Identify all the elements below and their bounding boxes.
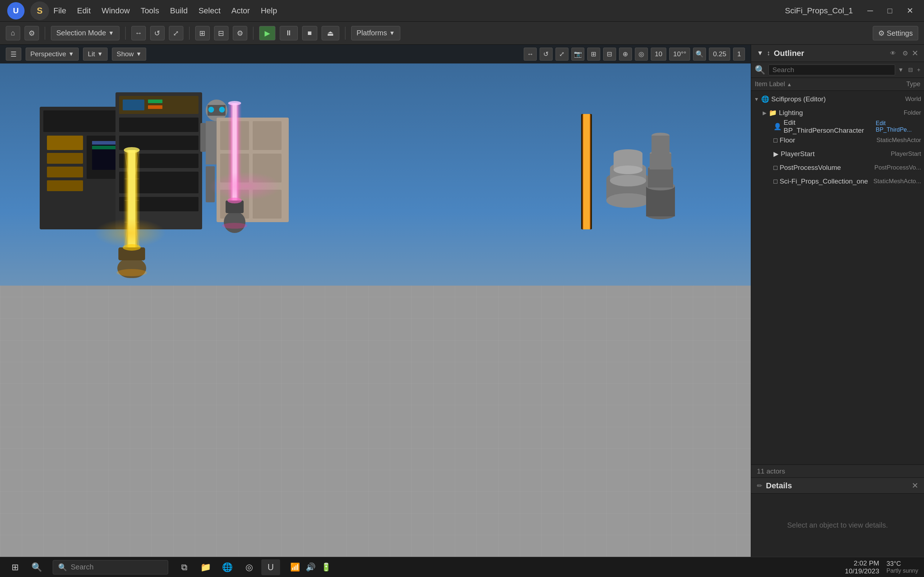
scene-3d[interactable]: [0, 63, 751, 557]
outliner-filter-icon[interactable]: ⊟: [908, 66, 913, 73]
scale-button[interactable]: ⤢: [169, 26, 183, 40]
perspective-button[interactable]: Perspective ▼: [26, 48, 79, 61]
settings-icon-button[interactable]: ⚙: [24, 26, 39, 40]
item-type-4: StaticMeshActor: [876, 137, 921, 144]
clock-time: 2:02 PM: [845, 559, 879, 567]
svg-rect-40: [253, 154, 281, 182]
transform-button[interactable]: ↔: [131, 26, 146, 40]
selection-mode-button[interactable]: Selection Mode ▼: [51, 26, 120, 40]
build-button[interactable]: ⚙: [233, 26, 247, 40]
network-icon[interactable]: 📶: [290, 562, 300, 572]
static-mesh-icon: □: [774, 178, 777, 185]
eject-button[interactable]: ⏏: [321, 26, 339, 40]
pencil-icon: ✏: [757, 482, 762, 490]
item-type: World: [905, 95, 921, 103]
menu-edit[interactable]: Edit: [77, 6, 90, 16]
menu-window[interactable]: Window: [102, 6, 129, 16]
zoom-icon[interactable]: 🔍: [693, 48, 706, 61]
outliner-item-lighting[interactable]: ▶ 📁 Lighting Folder: [751, 106, 924, 120]
rotate-button[interactable]: ↺: [150, 26, 165, 40]
item-type-7: StaticMeshActo...: [874, 178, 921, 185]
platforms-button[interactable]: Platforms ▼: [351, 26, 400, 40]
outliner-create-icon[interactable]: +: [917, 67, 921, 73]
snap-button[interactable]: ⊞: [195, 26, 210, 40]
prop-drum-stacks: [577, 107, 678, 258]
settings-icon[interactable]: ⚙: [902, 49, 908, 57]
grid-toggle-icon[interactable]: ⊞: [587, 48, 600, 61]
settings-button[interactable]: ⚙ Settings: [873, 26, 918, 40]
minimize-button[interactable]: ─: [864, 5, 877, 17]
translate-icon[interactable]: ↔: [524, 48, 537, 61]
start-button[interactable]: ⊞: [6, 559, 24, 575]
outliner-item-postprocess[interactable]: □ PostProcessVolume PostProcessVo...: [751, 161, 924, 174]
item-label-2: Lighting: [779, 109, 803, 117]
grid-button[interactable]: ⊟: [214, 26, 228, 40]
volume-icon[interactable]: 🔊: [306, 562, 315, 572]
menu-select[interactable]: Select: [199, 6, 221, 16]
item-label: Scifiprops (Editor): [771, 95, 826, 103]
battery-icon[interactable]: 🔋: [321, 562, 331, 572]
outliner-item-scifiprops[interactable]: □ Sci-Fi_Props_Collection_one StaticMesh…: [751, 174, 924, 188]
outliner-close-button[interactable]: ✕: [912, 49, 918, 58]
play-button[interactable]: ▶: [259, 26, 275, 40]
fov-icon[interactable]: ◎: [635, 48, 648, 61]
stop-button[interactable]: ■: [302, 26, 317, 40]
perspective-label: Perspective: [30, 50, 66, 58]
chrome-icon[interactable]: ◎: [240, 559, 258, 575]
camera-icon[interactable]: 📷: [571, 48, 584, 61]
taskbar-search-label: Search: [71, 563, 94, 571]
scene-floor: [0, 285, 751, 557]
maximize-button[interactable]: □: [884, 5, 896, 17]
taskbar-search-icon[interactable]: 🔍: [27, 559, 46, 575]
window-controls: ─ □ ✕: [864, 5, 917, 17]
lit-button[interactable]: Lit ▼: [83, 48, 108, 61]
weather-widget: 33°C Partly sunny: [887, 560, 918, 574]
snap-icon[interactable]: ⊕: [619, 48, 632, 61]
unreal-engine-icon[interactable]: U: [261, 559, 280, 575]
edge-browser-icon[interactable]: 🌐: [218, 559, 237, 575]
menu-actor[interactable]: Actor: [231, 6, 250, 16]
eye-toggle-icon[interactable]: 👁: [890, 50, 896, 56]
menu-help[interactable]: Help: [261, 6, 277, 16]
chevron-down-icon-4: ▼: [97, 51, 103, 57]
title-bar: U S File Edit Window Tools Build Select …: [0, 0, 924, 22]
outliner-item-playerstart[interactable]: ▶ PlayerStart PlayerStart: [751, 147, 924, 161]
sort-icon[interactable]: ↕: [767, 49, 770, 57]
menu-file[interactable]: File: [53, 6, 66, 16]
svg-rect-24: [123, 100, 144, 110]
svg-rect-38: [253, 121, 281, 150]
item-label-3: Edit BP_ThirdPersonCharacter: [783, 119, 874, 134]
svg-point-72: [606, 193, 650, 208]
menu-tools[interactable]: Tools: [141, 6, 159, 16]
svg-rect-68: [583, 114, 590, 229]
file-explorer-icon[interactable]: 📁: [196, 559, 215, 575]
show-button[interactable]: Show ▼: [112, 48, 146, 61]
item-label-7: Sci-Fi_Props_Collection_one: [780, 177, 868, 185]
home-button[interactable]: ⌂: [6, 26, 20, 40]
chevron-down-icon-2: ▼: [389, 30, 395, 36]
item-label-header: Item Label ▲: [755, 81, 903, 88]
outliner-item-world[interactable]: ▼ 🌐 Scifiprops (Editor) World: [751, 92, 924, 106]
chevron-down-icon-6[interactable]: ▼: [898, 67, 904, 73]
toolbar-separator-1: [45, 27, 45, 40]
taskbar-search-bar[interactable]: 🔍 Search: [53, 560, 168, 574]
filter-icon[interactable]: ▼: [757, 49, 763, 57]
close-button[interactable]: ✕: [903, 5, 917, 17]
taskbar-clock[interactable]: 2:02 PM 10/19/2023: [845, 559, 879, 575]
grid-icon-2[interactable]: ⊟: [603, 48, 616, 61]
viewport[interactable]: ☰ Perspective ▼ Lit ▼ Show ▼ ↔ ↺ ⤢ 📷 ⊞ ⊟…: [0, 45, 751, 557]
item-label-6: PostProcessVolume: [780, 164, 841, 172]
taskview-button[interactable]: ⧉: [175, 559, 194, 575]
viewport-menu-button[interactable]: ☰: [6, 48, 21, 61]
search-icon: 🔍: [755, 65, 766, 75]
pause-button[interactable]: ⏸: [280, 26, 298, 40]
details-close-button[interactable]: ✕: [912, 481, 918, 490]
window-title: SciFi_Props_Col_1: [785, 6, 853, 16]
outliner-item-floor[interactable]: □ Floor StaticMeshActor: [751, 134, 924, 147]
svg-rect-83: [648, 168, 673, 187]
outliner-search-input[interactable]: [769, 64, 895, 76]
rotate-icon[interactable]: ↺: [540, 48, 552, 61]
outliner-item-character[interactable]: 👤 Edit BP_ThirdPersonCharacter Edit BP_T…: [751, 120, 924, 134]
menu-build[interactable]: Build: [170, 6, 188, 16]
scale-icon[interactable]: ⤢: [556, 48, 569, 61]
